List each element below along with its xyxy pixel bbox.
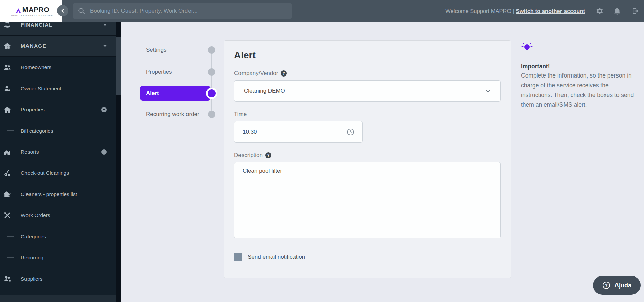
brand-name: MAPRO: [22, 6, 50, 14]
sidebar-item-work-orders[interactable]: Work Orders: [0, 205, 116, 226]
chevron-down-icon: [103, 44, 107, 48]
time-field: [234, 121, 363, 143]
sidebar-item-suppliers[interactable]: Suppliers: [0, 268, 116, 289]
sidebar-item-resorts[interactable]: Resorts: [0, 141, 116, 162]
sidebar-item-label: Suppliers: [21, 276, 107, 282]
sidebar-item-label: Resorts: [21, 149, 101, 155]
sidebar-item-label: Categories: [21, 234, 107, 240]
mapro-caret-icon: [15, 8, 22, 14]
sidebar-item-recurring[interactable]: Recurring: [0, 247, 116, 268]
send-email-checkbox[interactable]: [234, 253, 242, 261]
time-input[interactable]: [243, 129, 347, 135]
sidebar-item-label: MANAGE: [21, 43, 103, 49]
sidebar-scrollbar-thumb[interactable]: [116, 37, 121, 95]
plus-circle-icon[interactable]: [101, 149, 107, 155]
sidebar-item-cleaners-properties-list[interactable]: Cleaners - properties list: [0, 184, 116, 205]
sidebar-item-label: Check-out Cleanings: [21, 170, 107, 176]
sidebar-collapse-button[interactable]: [57, 5, 68, 16]
house-gear-icon: [3, 42, 11, 50]
sidebar-item-label: Work Orders: [21, 212, 107, 218]
notifications-bell-icon[interactable]: [613, 7, 621, 15]
tree-line: [7, 242, 14, 258]
chevron-down-icon: [103, 23, 107, 27]
chevron-left-icon: [61, 8, 65, 13]
step-dot: [208, 89, 216, 97]
sidebar-item-checkout-cleanings[interactable]: Check-out Cleanings: [0, 162, 116, 184]
sidebar-scrollbar-track: [116, 22, 121, 302]
plus-circle-icon[interactable]: [101, 107, 107, 113]
sidebar-item-label: Properties: [21, 107, 101, 113]
house-vacuum-icon: [3, 190, 11, 198]
global-search: [73, 3, 292, 19]
step-label: Alert: [140, 86, 211, 101]
tree-line: [7, 115, 14, 131]
wizard-stepper: Settings Properties Alert Recurring work…: [146, 39, 220, 125]
switch-account-link[interactable]: Switch to another account: [516, 8, 585, 14]
company-vendor-label: Company/Vendor ?: [234, 70, 501, 77]
company-vendor-select[interactable]: Cleaning DEMO: [234, 80, 501, 102]
sidebar: FINANCIAL MANAGE Homeowners: [0, 0, 116, 302]
help-question-icon[interactable]: ?: [265, 152, 271, 158]
info-panel: Important! Complete the information, so …: [521, 41, 635, 110]
time-label: Time: [234, 111, 501, 118]
step-dot: [208, 68, 215, 76]
alert-form-panel: Alert Company/Vendor ? Cleaning DEMO Tim…: [224, 40, 511, 278]
sidebar-item-label: Bill categories: [21, 128, 107, 134]
tree-line: [7, 220, 14, 237]
app-logo[interactable]: MAPRO DEMO PROPERTY MANAGER: [0, 0, 62, 22]
resort-icon: [3, 148, 11, 156]
sidebar-item-label: Cleaners - properties list: [21, 191, 107, 197]
send-email-label: Send email notification: [248, 254, 305, 260]
step-dot: [208, 46, 215, 54]
info-title: Important!: [521, 63, 635, 70]
sidebar-item-properties[interactable]: Properties: [0, 99, 116, 120]
separator: |: [513, 8, 514, 14]
search-icon: [78, 7, 85, 15]
sidebar-item-categories[interactable]: Categories: [0, 226, 116, 247]
svg-text:?: ?: [605, 283, 608, 288]
brand-subtitle: DEMO PROPERTY MANAGER: [11, 14, 53, 17]
users-icon: [3, 63, 11, 71]
sidebar-item-bill-categories[interactable]: Bill categories: [0, 120, 116, 141]
sidebar-section-booking[interactable]: BOOKING: [0, 295, 116, 302]
email-notification-row: Send email notification: [234, 253, 501, 261]
question-circle-icon: ?: [602, 281, 610, 289]
search-input[interactable]: [90, 8, 287, 14]
logout-icon[interactable]: [631, 7, 639, 15]
step-recurring-work-order[interactable]: Recurring work order: [146, 103, 220, 125]
top-bar: MAPRO DEMO PROPERTY MANAGER Welcome Supp…: [0, 0, 644, 22]
sidebar-nav: FINANCIAL MANAGE Homeowners: [0, 14, 116, 302]
chevron-down-icon: [485, 89, 491, 93]
description-textarea[interactable]: Clean pool filter: [234, 162, 501, 238]
vacuum-icon: [3, 169, 11, 177]
sidebar-item-label: Homeowners: [21, 64, 107, 70]
settings-gear-icon[interactable]: [595, 7, 603, 15]
main-content: Settings Properties Alert Recurring work…: [121, 22, 644, 302]
tools-icon: [3, 211, 11, 219]
help-question-icon[interactable]: ?: [281, 70, 287, 77]
sidebar-item-label: Recurring: [21, 255, 107, 261]
help-ajuda-button[interactable]: ? Ajuda: [593, 276, 641, 295]
description-label: Description ?: [234, 152, 501, 159]
step-settings[interactable]: Settings: [146, 39, 220, 61]
step-properties[interactable]: Properties: [146, 61, 220, 83]
step-alert[interactable]: Alert: [146, 83, 220, 103]
sidebar-item-owner-statement[interactable]: Owner Statement: [0, 78, 116, 99]
sidebar-item-label: Owner Statement: [21, 86, 107, 92]
clock-icon[interactable]: [347, 128, 354, 136]
lightbulb-icon: [521, 41, 533, 54]
sidebar-section-manage[interactable]: MANAGE: [0, 36, 116, 57]
users-icon: [3, 275, 11, 283]
home-icon: [3, 106, 11, 114]
page-title: Alert: [234, 50, 501, 61]
step-dot: [208, 111, 215, 118]
info-body: Complete the information, so the person …: [521, 71, 635, 110]
help-button-label: Ajuda: [614, 282, 631, 289]
welcome-text: Welcome Support MAPRO | Switch to anothe…: [445, 8, 585, 14]
company-vendor-value: Cleaning DEMO: [244, 88, 485, 94]
sidebar-item-label: FINANCIAL: [21, 22, 103, 28]
user-star-icon: [3, 85, 11, 93]
sidebar-item-homeowners[interactable]: Homeowners: [0, 57, 116, 78]
